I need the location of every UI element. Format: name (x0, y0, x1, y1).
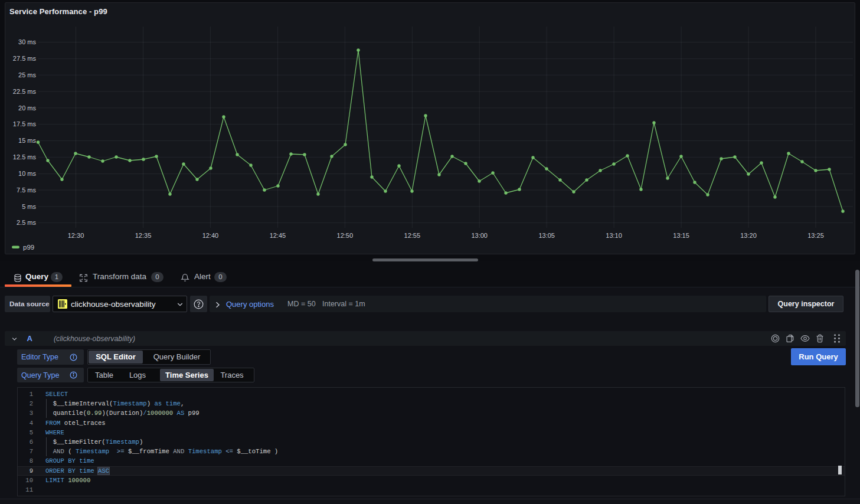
svg-text:27.5 ms: 27.5 ms (13, 55, 37, 62)
svg-text:15 ms: 15 ms (18, 137, 36, 144)
svg-text:12:35: 12:35 (135, 232, 152, 239)
svg-text:25 ms: 25 ms (18, 71, 36, 78)
svg-text:5 ms: 5 ms (22, 203, 36, 210)
svg-text:12:50: 12:50 (337, 232, 354, 239)
svg-text:13:00: 13:00 (471, 232, 488, 239)
svg-text:13:05: 13:05 (538, 232, 555, 239)
svg-text:13:10: 13:10 (606, 232, 622, 239)
svg-text:12:45: 12:45 (270, 232, 286, 239)
svg-text:12:30: 12:30 (68, 232, 84, 239)
svg-text:30 ms: 30 ms (18, 38, 36, 45)
svg-text:17.5 ms: 17.5 ms (13, 120, 37, 127)
svg-text:p99: p99 (23, 244, 34, 251)
svg-text:12.5 ms: 12.5 ms (13, 153, 37, 161)
svg-text:10 ms: 10 ms (18, 170, 36, 177)
svg-text:13:20: 13:20 (740, 232, 757, 239)
svg-text:7.5 ms: 7.5 ms (17, 186, 37, 194)
svg-text:12:55: 12:55 (404, 232, 421, 239)
svg-text:13:25: 13:25 (807, 232, 824, 239)
svg-text:12:40: 12:40 (202, 232, 219, 239)
svg-text:22.5 ms: 22.5 ms (13, 88, 37, 95)
svg-text:2.5 ms: 2.5 ms (17, 219, 37, 226)
svg-text:20 ms: 20 ms (18, 104, 36, 112)
svg-text:13:15: 13:15 (673, 232, 689, 239)
